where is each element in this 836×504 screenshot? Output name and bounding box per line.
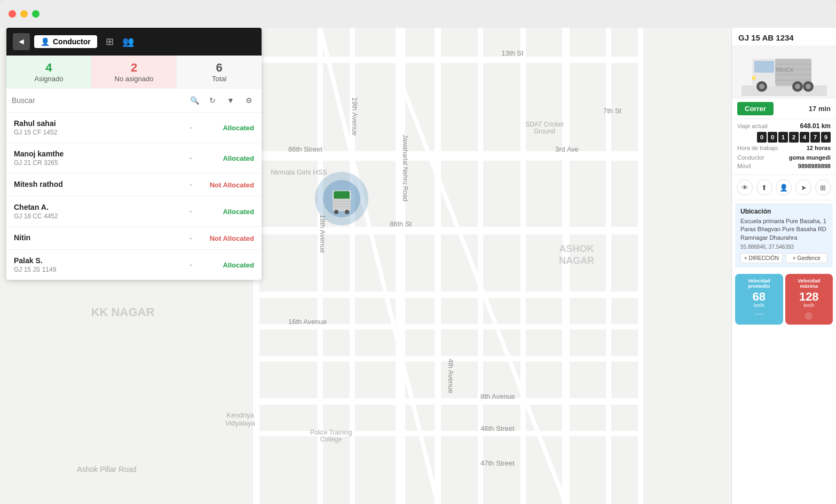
search-input[interactable] (12, 96, 184, 105)
driver-info: Nitin (14, 233, 181, 243)
svg-rect-53 (742, 85, 827, 96)
user-button[interactable]: 👤 (776, 179, 792, 195)
driver-info: Palak S. GJ 15 JS 1149 (14, 256, 181, 273)
svg-point-67 (806, 84, 811, 89)
conductor-tab-label: Conductor (53, 37, 91, 46)
traffic-light-red[interactable] (9, 10, 16, 18)
not-assigned-label: No asignado (96, 75, 172, 83)
speed-icon-max: ◎ (788, 310, 830, 320)
movil-value: 9898989898 (798, 163, 831, 169)
svg-text:8th Avenue: 8th Avenue (480, 392, 515, 400)
driver-dash: - (190, 207, 192, 216)
svg-text:Ashok Pillar Road: Ashok Pillar Road (77, 465, 136, 474)
action-icons: 👁 ⬆ 👤 ➤ ⊞ (732, 175, 836, 200)
conductor-value: goma mungedi (789, 154, 831, 161)
svg-point-63 (759, 84, 764, 89)
driver-list: Rahul sahai GJ 15 CF 1452 - Allocated Ma… (6, 113, 262, 280)
svg-text:3rd Ave: 3rd Ave (555, 145, 579, 153)
driver-name: Chetan A. (14, 203, 181, 211)
driver-row[interactable]: Manoj kamthe GJ 21 CR 3265 - Allocated (6, 143, 262, 174)
svg-rect-68 (752, 76, 755, 80)
svg-text:ASHOK: ASHOK (559, 243, 594, 254)
total-cell[interactable]: 6 Total (177, 56, 262, 88)
status-badge: Allocated (201, 208, 254, 216)
driver-row[interactable]: Palak S. GJ 15 JS 1149 - Allocated (6, 250, 262, 280)
svg-text:16th Avenue: 16th Avenue (288, 318, 327, 326)
driver-row[interactable]: Nitin - Not Allocated (6, 227, 262, 250)
direccion-button[interactable]: + DIRECCIÓN (740, 253, 783, 263)
driver-name: Rahul sahai (14, 119, 181, 128)
svg-text:TRUCK: TRUCK (775, 67, 793, 73)
not-assigned-count: 2 (96, 61, 172, 75)
more-button[interactable]: ⊞ (815, 179, 831, 195)
location-coords: 55.886846, 37.546393 (740, 244, 827, 250)
odo-digit-4: 4 (800, 132, 809, 143)
trip-value: 648.01 km (800, 122, 831, 130)
navigate-button[interactable]: ➤ (795, 179, 811, 195)
driver-row[interactable]: Mitesh rathod - Not Allocated (6, 174, 262, 196)
filter-button[interactable]: ▼ (223, 93, 238, 108)
svg-text:NAGAR: NAGAR (559, 255, 594, 266)
assigned-count: 4 (11, 61, 87, 75)
driver-name: Mitesh rathod (14, 180, 181, 188)
traffic-light-green[interactable] (32, 10, 40, 18)
right-panel: GJ 15 AB 1234 (731, 28, 836, 504)
svg-point-52 (345, 210, 349, 214)
driver-id: GJ 15 CF 1452 (14, 129, 181, 136)
location-actions: + DIRECCIÓN + Geofence (740, 253, 827, 263)
driver-dash: - (190, 154, 192, 162)
max-speed-unit: km/h (788, 303, 830, 308)
max-speed-card: Velocidad máxima 128 km/h ◎ (785, 274, 833, 325)
trip-info: Viaje actual 648.01 km 0 0 1 2 4 7 9 Hor… (732, 119, 836, 175)
refresh-button[interactable]: ↻ (205, 93, 220, 108)
avg-speed-card: Velocidad promedio 68 km/h 〰 (735, 274, 783, 325)
grid-icon[interactable]: ⊞ (106, 36, 114, 48)
driver-id: GJ 18 CC 4452 (14, 212, 181, 220)
geofence-button[interactable]: + Geofence (786, 253, 828, 263)
svg-text:86th St: 86th St (390, 220, 412, 228)
driver-name: Palak S. (14, 256, 181, 265)
driver-row[interactable]: Rahul sahai GJ 15 CF 1452 - Allocated (6, 113, 262, 143)
svg-text:47th Street: 47th Street (480, 459, 515, 467)
svg-text:SDAT Cricket: SDAT Cricket (525, 121, 564, 128)
group-icon[interactable]: 👥 (122, 36, 134, 48)
conductor-info-row: Conductor goma mungedi (737, 154, 831, 161)
odo-digit-6: 9 (821, 132, 831, 143)
settings-button[interactable]: ⚙ (241, 93, 256, 108)
assigned-cell[interactable]: 4 Asignado (6, 56, 92, 88)
truck-marker[interactable] (315, 172, 368, 225)
driver-info: Chetan A. GJ 18 CC 4452 (14, 203, 181, 220)
svg-text:KK NAGAR: KK NAGAR (91, 305, 155, 319)
svg-text:46th Street: 46th Street (480, 424, 515, 432)
not-assigned-cell[interactable]: 2 No asignado (92, 56, 177, 88)
correr-button[interactable]: Correr (737, 102, 774, 115)
svg-text:College: College (320, 436, 342, 443)
driver-name: Manoj kamthe (14, 149, 181, 158)
eye-button[interactable]: 👁 (737, 179, 753, 195)
trip-row: Viaje actual 648.01 km (737, 122, 831, 130)
work-value: 12 horas (807, 145, 831, 151)
traffic-light-yellow[interactable] (20, 10, 28, 18)
odo-digit-1: 0 (768, 132, 777, 143)
driver-id: GJ 15 JS 1149 (14, 266, 181, 273)
avg-speed-unit: km/h (738, 303, 780, 308)
time-badge: 17 min (809, 105, 831, 113)
vehicle-plate: GJ 15 AB 1234 (732, 28, 836, 45)
driver-info: Manoj kamthe GJ 21 CR 3265 (14, 149, 181, 167)
window-chrome (0, 0, 836, 28)
driver-info: Rahul sahai GJ 15 CF 1452 (14, 119, 181, 136)
nav-back-button[interactable]: ◄ (13, 33, 30, 50)
avg-speed-label: Velocidad promedio (738, 278, 780, 289)
max-speed-label: Velocidad máxima (788, 278, 830, 289)
share-button[interactable]: ⬆ (756, 179, 772, 195)
search-button[interactable]: 🔍 (187, 93, 202, 108)
work-row: Hora de trabajo 12 horas (737, 145, 831, 151)
svg-text:13th St: 13th St (501, 49, 524, 57)
assigned-label: Asignado (11, 75, 87, 83)
svg-text:86th Street: 86th Street (288, 145, 322, 153)
driver-id: GJ 21 CR 3265 (14, 159, 181, 167)
speed-cards: Velocidad promedio 68 km/h 〰 Velocidad m… (732, 271, 836, 328)
driver-dash: - (190, 261, 192, 269)
driver-row[interactable]: Chetan A. GJ 18 CC 4452 - Allocated (6, 196, 262, 227)
conductor-tab[interactable]: 👤 Conductor (34, 35, 97, 48)
